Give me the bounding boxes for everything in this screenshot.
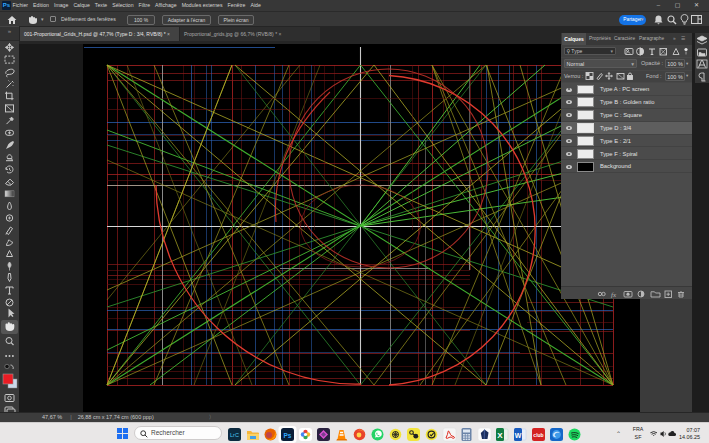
svg-text:fx: fx bbox=[611, 291, 617, 299]
svg-text:W: W bbox=[515, 431, 522, 438]
svg-text:Ps: Ps bbox=[284, 431, 292, 438]
svg-text:LrC: LrC bbox=[230, 432, 239, 438]
svg-text:club: club bbox=[533, 432, 543, 438]
svg-text:X: X bbox=[498, 430, 504, 439]
